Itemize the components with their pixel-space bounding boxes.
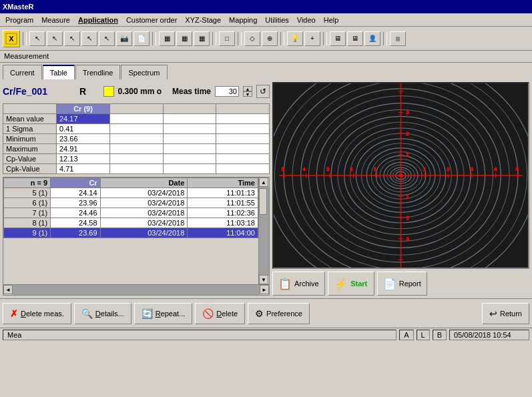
- cell-time-1: 11:01:13: [188, 188, 258, 198]
- toolbar-cursor[interactable]: ↖: [29, 31, 45, 46]
- stats-label-mean: Mean value: [3, 114, 57, 124]
- menu-measure[interactable]: Measure: [37, 15, 74, 25]
- toolbar-cursor5[interactable]: ↖: [99, 31, 115, 46]
- tab-current[interactable]: Current: [3, 65, 42, 79]
- delete-button[interactable]: 🚫 Delete: [195, 303, 245, 324]
- toolbar-grid[interactable]: ▦: [159, 31, 175, 46]
- table-row[interactable]: 5 (1) 24.14 03/24/2018 11:01:13: [4, 188, 258, 198]
- toolbar-sep-6: [323, 32, 327, 45]
- data-table-header-row: n = 9 Cr Date Time: [4, 178, 258, 188]
- delete-meas-button[interactable]: ✗ Delete meas.: [3, 303, 71, 324]
- camera-image: 1 2 3 4 5 1 2 3 4: [272, 82, 529, 269]
- cell-cr-3: 24.46: [51, 208, 101, 218]
- menu-application[interactable]: Application: [74, 15, 122, 25]
- menu-utilities[interactable]: Utilities: [261, 15, 292, 25]
- stats-label-cpk: Cpk-Value: [3, 164, 57, 174]
- stats-col5-max: [216, 144, 270, 154]
- stats-col4-sigma: [163, 124, 216, 134]
- toolbar-grid3[interactable]: ▦: [194, 31, 210, 46]
- toolbar-cursor4[interactable]: ↖: [81, 31, 97, 46]
- table-row[interactable]: 8 (1) 24.58 03/24/2018 11:03:18: [4, 218, 258, 228]
- scroll-down-button[interactable]: ▼: [259, 275, 268, 284]
- toolbar-doc[interactable]: 📄: [134, 31, 150, 46]
- vertical-scrollbar[interactable]: ▲ ▼: [258, 177, 269, 284]
- stats-col3-cp: [110, 154, 164, 164]
- toolbar-special[interactable]: |||: [390, 31, 406, 46]
- toolbar-camera[interactable]: 📷: [116, 31, 132, 46]
- toolbar-person[interactable]: 👤: [364, 31, 380, 46]
- report-button[interactable]: 📄 Report: [377, 272, 427, 296]
- stats-row-cpk: Cpk-Value 4.71: [3, 164, 270, 174]
- toolbar-light[interactable]: 💡: [287, 31, 303, 46]
- archive-button[interactable]: 📋 Archive: [272, 272, 325, 296]
- spin-down-button[interactable]: ▼: [243, 91, 252, 97]
- toolbar-sep-1: [23, 32, 27, 45]
- stats-col4-header: [163, 104, 216, 114]
- app-title: XMasteR: [3, 3, 33, 11]
- cell-cr-2: 23.96: [51, 198, 101, 208]
- svg-text:3: 3: [326, 166, 330, 172]
- status-l: L: [417, 330, 430, 340]
- data-table-scroll[interactable]: n = 9 Cr Date Time 5 (1) 24.14 03/24/201…: [3, 177, 258, 284]
- refresh-button[interactable]: ↺: [256, 85, 270, 98]
- start-button[interactable]: ⚡ Start: [328, 272, 374, 296]
- toolbar-cursor3[interactable]: ↖: [64, 31, 80, 46]
- table-row[interactable]: 6 (1) 23.96 03/24/2018 11:01:55: [4, 198, 258, 208]
- menu-customer-order[interactable]: Customer order: [122, 15, 181, 25]
- status-mea: Mea: [3, 330, 396, 340]
- stats-cr-header: Cr (9): [57, 104, 110, 114]
- return-icon: ↩: [489, 308, 497, 319]
- toolbar: X ↖ ↖ ↖ ↖ ↖ 📷 📄 ▦ ▦ ▦ □ ◇ ⊕ 💡 + 🖥 🖥 👤 ||…: [0, 27, 532, 51]
- stats-col3-mean: [110, 114, 164, 124]
- table-row-selected[interactable]: 9 (1) 23.69 03/24/2018 11:04:00: [4, 228, 258, 238]
- hscroll-right-button[interactable]: ►: [260, 285, 269, 294]
- spin-up-button[interactable]: ▲: [243, 86, 252, 91]
- scroll-up-button[interactable]: ▲: [259, 177, 268, 187]
- tab-trendline[interactable]: Trendline: [75, 65, 120, 79]
- cell-time-4: 11:03:18: [188, 218, 258, 228]
- toolbar-monitor2[interactable]: 🖥: [347, 31, 363, 46]
- details-button[interactable]: 🔍 Details...: [74, 303, 131, 324]
- toolbar-crosshair[interactable]: +: [304, 31, 320, 46]
- menu-mapping[interactable]: Mapping: [225, 15, 261, 25]
- toolbar-sep-3: [212, 32, 216, 45]
- svg-text:1: 1: [423, 166, 426, 172]
- toolbar-sep-4: [238, 32, 242, 45]
- archive-label: Archive: [294, 280, 319, 288]
- preference-button[interactable]: ⚙ Preference: [248, 303, 310, 324]
- table-row[interactable]: 7 (1) 24.46 03/24/2018 11:02:36: [4, 208, 258, 218]
- data-table: n = 9 Cr Date Time 5 (1) 24.14 03/24/201…: [3, 177, 258, 238]
- stats-col3-sigma: [110, 124, 164, 134]
- meas-time-input[interactable]: [215, 86, 239, 97]
- toolbar-sep-2: [152, 32, 156, 45]
- status-a: A: [399, 330, 413, 340]
- main-content: Cr/Fe_001 R 0.300 mm o Meas time ▲ ▼ ↺: [0, 79, 532, 298]
- menu-help[interactable]: Help: [320, 15, 343, 25]
- svg-text:3: 3: [471, 166, 474, 172]
- svg-text:5: 5: [516, 166, 519, 172]
- repeat-button[interactable]: 🔄 Repeat...: [134, 303, 193, 324]
- return-button[interactable]: ↩ Return: [482, 303, 529, 324]
- toolbar-target[interactable]: ⊕: [262, 31, 278, 46]
- stats-label-sigma: 1 Sigma: [3, 124, 57, 134]
- toolbar-grid2[interactable]: ▦: [176, 31, 192, 46]
- tab-bar: Current Table Trendline Spectrum: [0, 63, 532, 79]
- svg-text:2: 2: [406, 215, 409, 221]
- menu-video[interactable]: Video: [293, 15, 320, 25]
- right-panel: 1 2 3 4 5 1 2 3 4: [272, 82, 529, 296]
- horizontal-scrollbar[interactable]: ◄ ►: [3, 284, 269, 295]
- return-label: Return: [500, 310, 522, 318]
- toolbar-diamond[interactable]: ◇: [244, 31, 260, 46]
- toolbar-monitor1[interactable]: 🖥: [330, 31, 346, 46]
- tab-table[interactable]: Table: [43, 65, 75, 79]
- scroll-thumb[interactable]: [259, 188, 267, 215]
- menu-xyz-stage[interactable]: XYZ-Stage: [181, 15, 225, 25]
- stats-col5-cpk: [216, 164, 270, 174]
- yellow-indicator: [103, 86, 114, 97]
- hscroll-left-button[interactable]: ◄: [3, 285, 13, 294]
- toolbar-rect[interactable]: □: [219, 31, 235, 46]
- tab-spectrum[interactable]: Spectrum: [121, 65, 167, 79]
- menu-program[interactable]: Program: [1, 15, 37, 25]
- toolbar-icon-1[interactable]: X: [3, 30, 20, 47]
- toolbar-cursor2[interactable]: ↖: [47, 31, 63, 46]
